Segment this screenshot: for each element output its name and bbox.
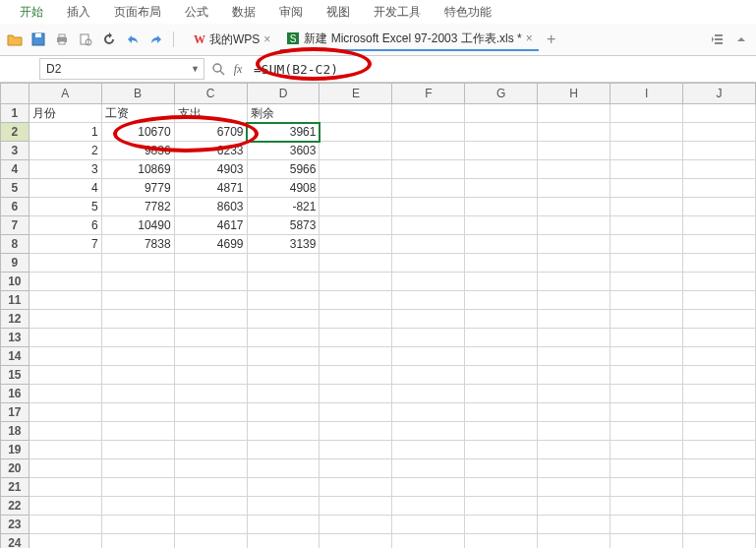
cell-B11[interactable] xyxy=(101,291,174,310)
cell-A23[interactable] xyxy=(29,516,101,534)
cell-I1[interactable] xyxy=(611,104,683,123)
col-header-F[interactable]: F xyxy=(392,84,465,104)
cell-G4[interactable] xyxy=(465,160,538,179)
cell-H18[interactable] xyxy=(538,422,611,441)
cell-B19[interactable] xyxy=(101,441,174,459)
cell-I16[interactable] xyxy=(611,385,683,403)
row-header-15[interactable]: 15 xyxy=(1,366,29,385)
cell-F17[interactable] xyxy=(392,403,465,422)
row-header-23[interactable]: 23 xyxy=(1,516,29,534)
cell-H7[interactable] xyxy=(538,216,611,235)
row-header-6[interactable]: 6 xyxy=(1,198,29,216)
cell-G6[interactable] xyxy=(465,198,538,216)
cell-G13[interactable] xyxy=(465,329,538,347)
col-header-C[interactable]: C xyxy=(174,84,247,104)
cell-E16[interactable] xyxy=(320,385,392,403)
cell-F24[interactable] xyxy=(392,534,465,549)
redo-icon[interactable] xyxy=(147,30,165,48)
cell-H12[interactable] xyxy=(538,310,611,329)
cell-C3[interactable]: 6233 xyxy=(174,142,247,160)
cell-F6[interactable] xyxy=(392,198,465,216)
cell-J2[interactable] xyxy=(683,123,756,142)
cell-G23[interactable] xyxy=(465,516,538,534)
cell-J22[interactable] xyxy=(683,497,756,516)
close-icon[interactable]: × xyxy=(526,31,533,45)
cell-I10[interactable] xyxy=(611,273,683,291)
cell-I11[interactable] xyxy=(611,291,683,310)
row-header-11[interactable]: 11 xyxy=(1,291,29,310)
collapse-icon[interactable] xyxy=(732,30,750,48)
cell-F18[interactable] xyxy=(392,422,465,441)
cell-A14[interactable] xyxy=(29,347,101,366)
tab-workbook[interactable]: S 新建 Microsoft Excel 97-2003 工作表.xls * × xyxy=(280,28,538,51)
cell-C1[interactable]: 支出 xyxy=(174,104,247,123)
cell-E11[interactable] xyxy=(320,291,392,310)
cell-J24[interactable] xyxy=(683,534,756,549)
cell-J8[interactable] xyxy=(683,235,756,254)
cell-I14[interactable] xyxy=(611,347,683,366)
col-header-A[interactable]: A xyxy=(29,84,101,104)
cell-B6[interactable]: 7782 xyxy=(101,198,174,216)
row-header-12[interactable]: 12 xyxy=(1,310,29,329)
cell-A6[interactable]: 5 xyxy=(29,198,101,216)
cell-I3[interactable] xyxy=(611,142,683,160)
cell-A7[interactable]: 6 xyxy=(29,216,101,235)
cell-E7[interactable] xyxy=(320,216,392,235)
cell-D18[interactable] xyxy=(247,422,320,441)
row-header-4[interactable]: 4 xyxy=(1,160,29,179)
cell-C24[interactable] xyxy=(174,534,247,549)
cell-C11[interactable] xyxy=(174,291,247,310)
cell-B3[interactable]: 9836 xyxy=(101,142,174,160)
cell-H20[interactable] xyxy=(538,459,611,478)
cell-E3[interactable] xyxy=(320,142,392,160)
cell-G19[interactable] xyxy=(465,441,538,459)
col-header-G[interactable]: G xyxy=(465,84,538,104)
cell-I23[interactable] xyxy=(611,516,683,534)
row-header-16[interactable]: 16 xyxy=(1,385,29,403)
cell-J15[interactable] xyxy=(683,366,756,385)
cell-J20[interactable] xyxy=(683,459,756,478)
cell-G12[interactable] xyxy=(465,310,538,329)
menu-item-review[interactable]: 审阅 xyxy=(267,0,315,24)
cell-C20[interactable] xyxy=(174,459,247,478)
cell-D11[interactable] xyxy=(247,291,320,310)
cell-H13[interactable] xyxy=(538,329,611,347)
cell-F2[interactable] xyxy=(392,123,465,142)
cell-A19[interactable] xyxy=(29,441,101,459)
cell-B18[interactable] xyxy=(101,422,174,441)
cell-G18[interactable] xyxy=(465,422,538,441)
cell-C16[interactable] xyxy=(174,385,247,403)
cell-C19[interactable] xyxy=(174,441,247,459)
cell-I21[interactable] xyxy=(611,478,683,497)
row-header-21[interactable]: 21 xyxy=(1,478,29,497)
cell-H4[interactable] xyxy=(538,160,611,179)
cell-H16[interactable] xyxy=(538,385,611,403)
cell-B21[interactable] xyxy=(101,478,174,497)
cell-D3[interactable]: 3603 xyxy=(247,142,320,160)
cell-G5[interactable] xyxy=(465,179,538,198)
cell-E23[interactable] xyxy=(320,516,392,534)
cell-A21[interactable] xyxy=(29,478,101,497)
cell-C15[interactable] xyxy=(174,366,247,385)
cell-D2[interactable]: 3961 xyxy=(247,123,320,142)
cell-H11[interactable] xyxy=(538,291,611,310)
cell-G9[interactable] xyxy=(465,254,538,273)
col-header-J[interactable]: J xyxy=(683,84,756,104)
cell-A3[interactable]: 2 xyxy=(29,142,101,160)
cell-F9[interactable] xyxy=(392,254,465,273)
cell-B24[interactable] xyxy=(101,534,174,549)
cell-C6[interactable]: 8603 xyxy=(174,198,247,216)
cell-A17[interactable] xyxy=(29,403,101,422)
cell-G22[interactable] xyxy=(465,497,538,516)
cell-I24[interactable] xyxy=(611,534,683,549)
cell-H24[interactable] xyxy=(538,534,611,549)
cell-I22[interactable] xyxy=(611,497,683,516)
cell-A15[interactable] xyxy=(29,366,101,385)
cell-C12[interactable] xyxy=(174,310,247,329)
cell-F8[interactable] xyxy=(392,235,465,254)
cell-D15[interactable] xyxy=(247,366,320,385)
cell-B22[interactable] xyxy=(101,497,174,516)
row-header-22[interactable]: 22 xyxy=(1,497,29,516)
cell-D7[interactable]: 5873 xyxy=(247,216,320,235)
cell-B7[interactable]: 10490 xyxy=(101,216,174,235)
